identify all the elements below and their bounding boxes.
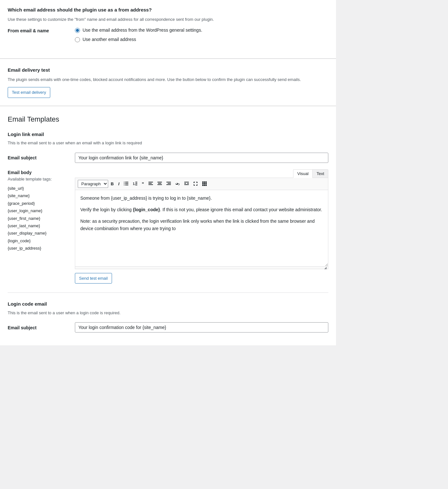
- link-button[interactable]: [173, 180, 182, 187]
- radio-another-input[interactable]: [75, 37, 80, 42]
- tag-grace-period: {grace_period}: [8, 200, 75, 207]
- svg-rect-23: [202, 181, 204, 183]
- from-address-description: Use these settings to customize the "fro…: [8, 16, 328, 23]
- svg-rect-5: [125, 185, 128, 185]
- align-center-button[interactable]: [156, 180, 164, 187]
- paragraph-select[interactable]: Paragraph: [78, 180, 108, 188]
- editor-wrap: Visual Text Paragraph B I: [75, 169, 328, 284]
- svg-rect-3: [125, 183, 128, 184]
- svg-rect-12: [148, 184, 153, 185]
- resize-icon: ◢: [324, 265, 327, 270]
- login-code-email-description: This is the email sent to a user when a …: [8, 310, 328, 316]
- body-para-3: Note: as a security precaution, the logi…: [80, 218, 323, 232]
- login-link-email-title: Login link email: [8, 131, 328, 138]
- test-email-delivery-button[interactable]: Test email delivery: [8, 87, 50, 98]
- svg-rect-14: [158, 183, 161, 184]
- svg-rect-15: [157, 184, 162, 185]
- login-code-email-subject-input[interactable]: [75, 322, 328, 333]
- italic-button[interactable]: I: [116, 180, 121, 188]
- svg-rect-29: [202, 185, 204, 186]
- kitchen-sink-button[interactable]: [200, 180, 209, 187]
- svg-rect-26: [202, 183, 204, 184]
- svg-rect-8: [135, 183, 137, 184]
- fullscreen-button[interactable]: [191, 180, 200, 187]
- blockquote-button[interactable]: ": [140, 180, 146, 188]
- from-email-label: From email & name: [8, 27, 75, 34]
- body-para-1: Someone from {user_ip_address} is trying…: [80, 195, 323, 202]
- template-tags-list: {site_url} {site_name} {grace_period} {u…: [8, 185, 75, 252]
- login-code-email-subject-label: Email subject: [8, 324, 75, 331]
- svg-rect-31: [205, 185, 207, 186]
- editor-resize-handle: ◢: [75, 267, 328, 269]
- email-subject-label: Email subject: [8, 154, 75, 161]
- email-body-label-col: Email body Available template tags: {sit…: [8, 169, 75, 252]
- from-email-options: Use the email address from the WordPress…: [75, 27, 328, 45]
- content-area: Which email address should the plugin us…: [0, 0, 336, 345]
- login-code-email-title: Login code email: [8, 301, 328, 308]
- svg-text:1.: 1.: [133, 182, 136, 186]
- radio-wp-general-input[interactable]: [75, 28, 80, 33]
- svg-rect-25: [205, 181, 207, 183]
- from-address-title: Which email address should the plugin us…: [8, 6, 328, 14]
- svg-rect-0: [124, 182, 124, 182]
- svg-rect-10: [148, 182, 153, 182]
- email-body-section: Email body Available template tags: {sit…: [8, 169, 328, 284]
- tab-visual[interactable]: Visual: [293, 169, 312, 178]
- tag-site-name: {site_name}: [8, 192, 75, 199]
- email-subject-field: [75, 153, 328, 163]
- svg-rect-24: [204, 181, 205, 183]
- horizontal-rule-button[interactable]: [182, 180, 191, 187]
- svg-rect-1: [125, 182, 128, 182]
- svg-rect-20: [184, 183, 186, 184]
- svg-rect-18: [166, 184, 171, 185]
- tag-user-last-name: {user_last_name}: [8, 222, 75, 229]
- svg-rect-27: [204, 183, 205, 184]
- svg-rect-4: [124, 185, 124, 185]
- tab-text[interactable]: Text: [312, 169, 328, 178]
- login-code-email-subject-row: Email subject: [8, 322, 328, 333]
- radio-option-another[interactable]: Use another email address: [75, 36, 328, 43]
- svg-rect-22: [184, 184, 189, 185]
- login-code-bold: {login_code}: [133, 207, 160, 212]
- from-address-section: Which email address should the plugin us…: [0, 0, 336, 59]
- tag-user-display-name: {user_display_name}: [8, 229, 75, 237]
- align-left-button[interactable]: [147, 180, 155, 187]
- from-email-field-row: From email & name Use the email address …: [8, 27, 328, 45]
- ordered-list-button[interactable]: 1.: [131, 180, 139, 187]
- tag-login-code: {login_code}: [8, 237, 75, 245]
- svg-rect-7: [135, 182, 137, 182]
- svg-rect-21: [187, 183, 189, 184]
- send-test-email-button[interactable]: Send test email: [75, 273, 112, 284]
- svg-rect-30: [204, 185, 205, 186]
- email-body-label: Email body: [8, 169, 75, 176]
- bold-button[interactable]: B: [109, 180, 116, 188]
- align-right-button[interactable]: [164, 180, 173, 187]
- available-tags-label: Available template tags:: [8, 176, 75, 182]
- login-code-email-subject-field: [75, 322, 328, 333]
- editor-area[interactable]: Someone from {user_ip_address} is trying…: [75, 190, 328, 267]
- tag-user-first-name: {user_first_name}: [8, 215, 75, 222]
- radio-wp-general-label: Use the email address from the WordPress…: [83, 27, 202, 34]
- email-subject-row: Email subject: [8, 153, 328, 163]
- unordered-list-button[interactable]: [122, 180, 130, 187]
- radio-option-wp-general[interactable]: Use the email address from the WordPress…: [75, 27, 328, 34]
- visual-text-tabs: Visual Text: [75, 169, 328, 178]
- delivery-test-section: Email delivery test The plugin sends ema…: [0, 59, 336, 106]
- tag-site-url: {site_url}: [8, 185, 75, 192]
- send-test-btn-wrap: Send test email: [75, 273, 328, 284]
- tag-user-ip-address: {user_ip_address}: [8, 245, 75, 252]
- svg-rect-19: [184, 182, 189, 182]
- svg-rect-11: [148, 183, 152, 184]
- login-code-email-block: Login code email This is the email sent …: [8, 301, 328, 345]
- delivery-test-description: The plugin sends emails with one-time co…: [8, 76, 328, 83]
- tag-user-login-name: {user_login_name}: [8, 207, 75, 214]
- email-subject-input[interactable]: [75, 153, 328, 163]
- body-para-2: Verify the login by clicking {login_code…: [80, 206, 323, 213]
- svg-rect-17: [168, 183, 171, 184]
- svg-rect-16: [166, 182, 171, 182]
- email-body-row: Email body Available template tags: {sit…: [8, 169, 328, 284]
- delivery-test-title: Email delivery test: [8, 67, 328, 74]
- divider-3: [8, 293, 328, 293]
- svg-rect-28: [205, 183, 207, 184]
- email-templates-title: Email Templates: [8, 114, 328, 124]
